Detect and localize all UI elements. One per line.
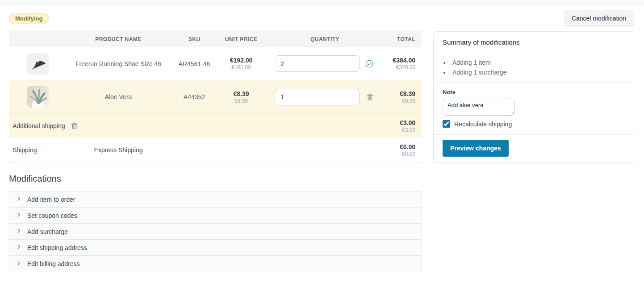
shipping-method: Express Shipping <box>67 146 170 154</box>
cancel-modification-button[interactable]: Cancel modification <box>564 10 634 27</box>
summary-title: Summary of modifications <box>434 32 634 53</box>
preview-changes-button[interactable]: Preview changes <box>443 140 509 157</box>
recalculate-shipping-label[interactable]: Recalculate shipping <box>454 121 512 128</box>
accordion-item-label: Add item to order <box>27 196 75 203</box>
unit-price-net: €6.99 <box>219 98 263 104</box>
column-unit-price: UNIT PRICE <box>219 36 263 42</box>
check-circle-icon <box>365 60 373 68</box>
quantity-input[interactable] <box>275 89 360 105</box>
accordion-item-label: Edit billing address <box>27 260 80 267</box>
column-quantity: QUANTITY <box>263 36 386 42</box>
trash-icon[interactable] <box>365 92 375 102</box>
unit-price-gross: €192.00 <box>219 57 263 64</box>
product-sku: A44352 <box>170 93 219 100</box>
line-total-gross: €384.00 <box>386 57 415 64</box>
product-name: Freerun Running Shoe Size 46 <box>67 60 170 67</box>
accordion-item-coupon-codes[interactable]: Set coupon codes <box>9 208 422 224</box>
shipping-row: Shipping Express Shipping €0.00 €0.00 <box>9 138 422 162</box>
summary-bullet: Adding 1 item <box>450 58 625 67</box>
accordion-item-label: Edit shipping address <box>27 244 87 251</box>
modifications-heading: Modifications <box>9 174 422 184</box>
order-items-table: PRODUCT NAME SKU UNIT PRICE QUANTITY TOT… <box>9 31 422 162</box>
accordion-item-edit-billing-address[interactable]: Edit billing address <box>9 256 422 272</box>
line-total-net: €320.00 <box>386 64 415 71</box>
chevron-right-icon <box>16 244 22 251</box>
surcharge-total-net: €3.00 <box>386 127 415 133</box>
column-total: TOTAL <box>386 36 422 42</box>
accordion-item-edit-shipping-address[interactable]: Edit shipping address <box>9 240 422 256</box>
column-product-name: PRODUCT NAME <box>67 36 170 42</box>
line-total-net: €6.99 <box>386 98 415 104</box>
shipping-total-gross: €0.00 <box>386 143 415 150</box>
product-image-aloe-vera <box>27 86 49 108</box>
chevron-right-icon <box>16 196 22 203</box>
accordion-item-label: Set coupon codes <box>27 212 77 219</box>
chevron-right-icon <box>16 228 22 235</box>
recalculate-shipping-checkbox[interactable] <box>443 120 450 128</box>
modifications-accordion: Add item to order Set coupon codes Add s… <box>9 191 422 272</box>
line-total-gross: €8.39 <box>386 90 415 97</box>
summary-card: Summary of modifications Adding 1 item A… <box>433 31 634 163</box>
shipping-label: Shipping <box>9 146 67 154</box>
table-header-row: PRODUCT NAME SKU UNIT PRICE QUANTITY TOT… <box>9 31 422 47</box>
product-sku: AR4561-46 <box>170 60 219 67</box>
chevron-right-icon <box>16 212 22 219</box>
chevron-right-icon <box>16 260 22 268</box>
column-sku: SKU <box>170 36 219 42</box>
surcharge-total-gross: €3.00 <box>386 119 415 126</box>
table-row: Aloe Vera A44352 €8.39 €6.99 <box>9 80 422 113</box>
shipping-total-net: €0.00 <box>386 151 415 157</box>
accordion-item-label: Add surcharge <box>27 228 68 235</box>
note-label: Note <box>443 89 625 96</box>
note-textarea[interactable]: Add aloe vera <box>443 99 515 116</box>
unit-price-gross: €8.39 <box>219 90 263 97</box>
unit-price-net: €160.00 <box>219 64 263 71</box>
surcharge-label: Additional shipping <box>13 122 65 129</box>
product-image-running-shoe <box>27 53 49 75</box>
top-strip <box>0 0 644 6</box>
status-badge: Modifying <box>9 13 49 24</box>
table-row: Freerun Running Shoe Size 46 AR4561-46 €… <box>9 47 422 80</box>
trash-icon[interactable] <box>70 121 79 131</box>
summary-bullet-list: Adding 1 item Adding 1 surcharge <box>450 58 625 77</box>
product-name: Aloe Vera <box>67 93 170 100</box>
surcharge-row: Additional shipping €3.00 €3.0 <box>9 113 422 138</box>
quantity-input[interactable] <box>275 55 360 72</box>
accordion-item-add-item[interactable]: Add item to order <box>9 191 422 208</box>
summary-bullet: Adding 1 surcharge <box>450 67 625 77</box>
page-header: Modifying Cancel modification <box>9 6 634 31</box>
accordion-item-add-surcharge[interactable]: Add surcharge <box>9 224 422 240</box>
